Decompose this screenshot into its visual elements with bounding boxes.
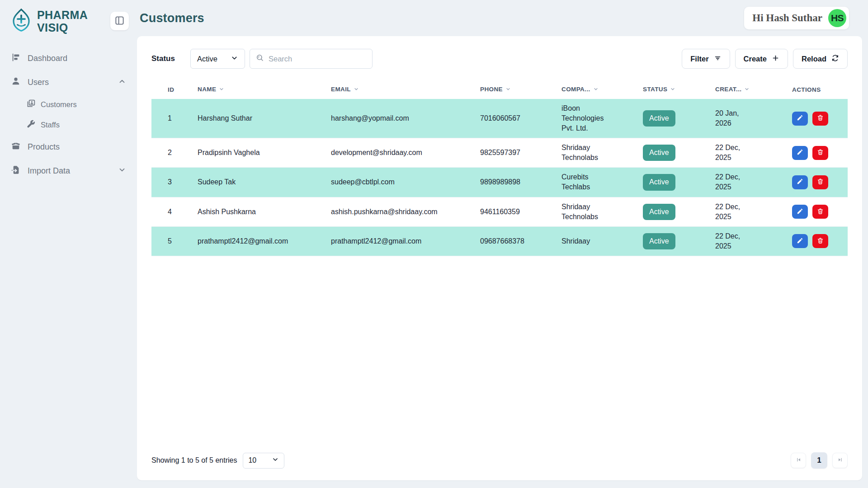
delete-button[interactable] <box>812 146 828 160</box>
brand: PHARMA VISIQ <box>0 0 137 41</box>
page-title: Customers <box>140 11 204 25</box>
cell-email: harshang@yopmail.com <box>326 99 475 138</box>
brand-name: PHARMA VISIQ <box>37 9 88 34</box>
action-buttons: Filter Create Reload <box>682 49 848 69</box>
cell-status: Active <box>637 99 710 138</box>
edit-button[interactable] <box>792 112 808 126</box>
cell-actions <box>787 138 848 168</box>
cell-email: development@shridaay.com <box>326 138 475 168</box>
search-input[interactable] <box>269 55 366 63</box>
cell-phone: 9461160359 <box>475 197 556 226</box>
page-size-select[interactable]: 10 <box>243 453 284 469</box>
table-row: 1 Harshang Suthar harshang@yopmail.com 7… <box>151 99 848 138</box>
reload-icon <box>831 54 839 64</box>
table-row: 3 Sudeep Tak sudeep@cbtlpl.com 989898989… <box>151 168 848 197</box>
status-badge: Active <box>643 145 675 161</box>
sidebar-item-label: Staffs <box>41 121 60 129</box>
sidebar-item-customers[interactable]: Customers <box>0 94 137 115</box>
cell-id: 1 <box>151 99 192 138</box>
edit-pencil-icon <box>797 237 803 245</box>
cell-company: Curebits Techlabs <box>556 168 637 197</box>
sort-icon <box>218 87 225 94</box>
cell-phone: 7016060567 <box>475 99 556 138</box>
sidebar-item-users[interactable]: Users <box>0 70 137 94</box>
column-header-company[interactable]: COMPA... <box>556 80 637 99</box>
edit-pencil-icon <box>797 208 803 216</box>
column-header-status[interactable]: STATUS <box>637 80 710 99</box>
sort-icon <box>505 87 511 94</box>
delete-button[interactable] <box>812 205 828 219</box>
sidebar-item-label: Users <box>28 78 49 87</box>
delete-trash-icon <box>817 178 824 186</box>
cell-actions <box>787 197 848 226</box>
cell-email: sudeep@cbtlpl.com <box>326 168 475 197</box>
edit-button[interactable] <box>792 175 808 189</box>
status-badge: Active <box>643 174 675 190</box>
delete-button[interactable] <box>812 234 828 248</box>
edit-button[interactable] <box>792 234 808 248</box>
status-select[interactable]: Active <box>190 49 245 69</box>
page-1-button[interactable]: 1 <box>811 452 827 469</box>
first-page-button[interactable] <box>791 453 806 468</box>
cell-id: 4 <box>151 197 192 226</box>
customers-table: ID NAME EMAIL PHONE COMPA... STATUS CREA… <box>151 80 848 256</box>
cell-created: 22 Dec, 2025 <box>710 226 787 256</box>
sidebar-item-products[interactable]: Products <box>0 135 137 159</box>
search-icon <box>256 54 264 64</box>
sidebar-item-staffs[interactable]: Staffs <box>0 115 137 135</box>
column-header-email[interactable]: EMAIL <box>326 80 475 99</box>
column-header-phone[interactable]: PHONE <box>475 80 556 99</box>
last-page-icon <box>837 457 843 464</box>
user-greeting: Hi Hash Suthar <box>752 12 822 24</box>
cell-id: 2 <box>151 138 192 168</box>
delete-button[interactable] <box>812 112 828 126</box>
customers-icon <box>26 99 36 110</box>
sidebar-item-import-data[interactable]: Import Data <box>0 159 137 183</box>
top-bar: Customers Hi Hash Suthar HS <box>137 0 868 36</box>
sidebar-item-label: Dashboard <box>28 54 67 63</box>
search-field <box>250 49 373 69</box>
pagination: 1 <box>791 452 848 469</box>
users-icon <box>11 76 21 89</box>
column-header-actions: ACTIONS <box>787 80 848 99</box>
sort-icon <box>353 87 359 94</box>
panel-toggle-icon <box>114 15 125 27</box>
table-body: 1 Harshang Suthar harshang@yopmail.com 7… <box>151 99 848 256</box>
table-row: 4 Ashish Pushkarna ashish.pushkarna@shri… <box>151 197 848 226</box>
table-row: 5 prathamptl2412@gmail.com prathamptl241… <box>151 226 848 256</box>
delete-button[interactable] <box>812 175 828 189</box>
column-header-name[interactable]: NAME <box>192 80 326 99</box>
column-header-id: ID <box>151 80 192 99</box>
delete-trash-icon <box>817 114 824 122</box>
cell-name: Ashish Pushkarna <box>192 197 326 226</box>
cell-email: prathamptl2412@gmail.com <box>326 226 475 256</box>
sort-icon <box>670 87 676 94</box>
sidebar-nav: Dashboard Users Customer <box>0 41 137 183</box>
create-button[interactable]: Create <box>735 49 788 69</box>
sidebar-toggle-button[interactable] <box>110 12 129 30</box>
filter-button[interactable]: Filter <box>682 49 730 69</box>
edit-button[interactable] <box>792 205 808 219</box>
cell-name: Sudeep Tak <box>192 168 326 197</box>
cell-name: Harshang Suthar <box>192 99 326 138</box>
cell-company: Shridaay Technolabs <box>556 138 637 168</box>
status-badge: Active <box>643 233 675 249</box>
sidebar: PHARMA VISIQ Dashboard <box>0 0 137 488</box>
sidebar-item-dashboard[interactable]: Dashboard <box>0 47 137 70</box>
products-icon <box>11 141 21 153</box>
app-logo-icon <box>11 8 32 34</box>
table-controls: Status Active Filter <box>151 49 848 69</box>
dashboard-icon <box>11 52 21 65</box>
cell-status: Active <box>637 168 710 197</box>
page-size-value: 10 <box>248 456 256 465</box>
last-page-button[interactable] <box>832 453 848 468</box>
user-menu[interactable]: Hi Hash Suthar HS <box>744 7 849 29</box>
chevron-down-icon <box>118 166 126 176</box>
status-filter-label: Status <box>151 54 175 63</box>
chevron-up-icon <box>118 77 126 88</box>
edit-button[interactable] <box>792 146 808 160</box>
column-header-created[interactable]: CREAT... <box>710 80 787 99</box>
cell-actions <box>787 99 848 138</box>
reload-button[interactable]: Reload <box>793 49 848 69</box>
plus-icon <box>772 54 779 64</box>
